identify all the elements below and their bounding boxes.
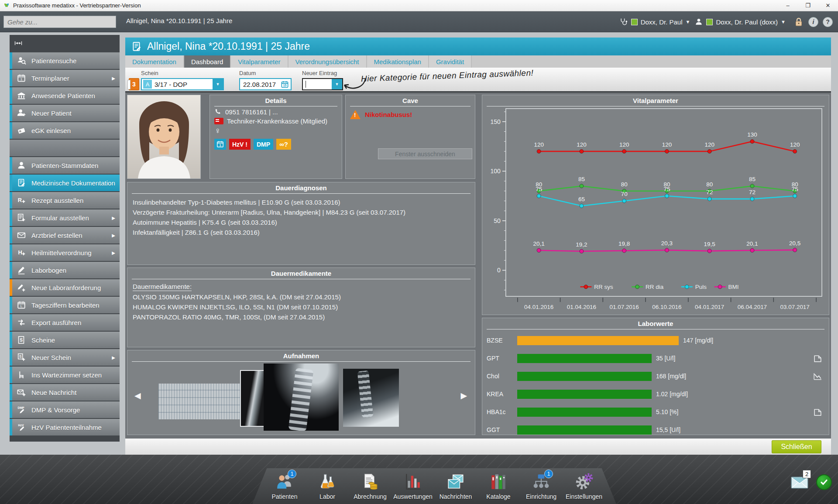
patient-photo[interactable]	[127, 95, 201, 179]
taskbar-item-einrichtung[interactable]: 1Einrichtung	[522, 472, 560, 504]
tab-medikationsplan[interactable]: Medikationsplan	[367, 55, 429, 68]
close-button[interactable]: Schließen	[772, 440, 821, 453]
datum-value: 22.08.2017	[243, 81, 276, 88]
tab-dashboard[interactable]: Dashboard	[184, 55, 231, 68]
svg-text:15: 15	[283, 83, 287, 86]
lab-value: 1.02 [mg/dl]	[656, 391, 688, 398]
sidebar-item-egk-einlesen[interactable]: eGK einlesen	[10, 122, 120, 139]
tray-check-icon[interactable]	[816, 474, 832, 490]
sidebar-item-laborbogen[interactable]: Laborbogen	[10, 262, 120, 278]
svg-text:20,1: 20,1	[533, 240, 545, 247]
lab-trend-flat-icon[interactable]	[813, 407, 823, 417]
sidebar-spacer	[10, 140, 120, 156]
sidebar-item-export-ausführen[interactable]: Export ausführen	[10, 314, 120, 331]
svg-text:120: 120	[577, 141, 586, 148]
sidebar-item-neuer-schein[interactable]: Neuer Schein▶	[10, 349, 120, 366]
svg-text:20,1: 20,1	[746, 240, 758, 247]
badge-calendar[interactable]	[214, 139, 226, 150]
taskbar-item-nachrichten[interactable]: Nachrichten	[436, 472, 475, 504]
sidebar-item-patientensuche[interactable]: Patientensuche	[10, 52, 120, 69]
taskbar-item-auswertungen[interactable]: Auswertungen	[394, 472, 432, 504]
diagnosis-entry: Infektanfälligkeit | Z86.1 G (seit 03.03…	[133, 227, 470, 237]
user-selector[interactable]: Doxx, Dr. Paul (doxx) ▼	[694, 17, 786, 26]
sidebar-item-hzv-patiententeilnahme[interactable]: HzV Patiententeilnahme	[10, 419, 120, 435]
insurance-card-icon	[214, 118, 223, 124]
close-window-button[interactable]: ✕	[818, 0, 838, 11]
lab-bar	[517, 425, 652, 435]
goto-input[interactable]	[3, 16, 116, 28]
patient-header-title: Allnigel, Nina *20.10.1991 | 25 Jahre	[147, 41, 310, 52]
xray-thumbnail-ecg[interactable]	[158, 384, 241, 419]
schein-select[interactable]: A 3/17 - DOP ▼	[141, 78, 224, 90]
badge-infinity[interactable]: ∞?	[276, 139, 291, 150]
taskbar-item-abrechnung[interactable]: Abrechnung	[351, 472, 389, 504]
tab-vitalparameter[interactable]: Vitalparameter	[231, 55, 288, 68]
lab-name: Chol	[487, 373, 499, 380]
dauermedikamente-subheader: Dauermedikamente:	[133, 283, 192, 291]
lab-trend-flat-icon[interactable]	[813, 353, 823, 363]
taskbar-item-kataloge[interactable]: Kataloge	[479, 472, 518, 504]
sidebar-item-patienten-stammdaten[interactable]: Patienten-Stammdaten	[10, 157, 120, 174]
sidebar-item-heilmittelverordnung[interactable]: Heilmittelverordnung▶	[10, 244, 120, 261]
svg-text:19,8: 19,8	[618, 240, 630, 247]
carousel-next-button[interactable]: ▶	[460, 391, 467, 401]
sidebar-item-dmp-vorsorge[interactable]: DMP & Vorsorge	[10, 401, 120, 418]
lab-value: 147 [mg/dl]	[683, 337, 713, 344]
billing-icon	[360, 472, 380, 492]
settings-icon	[574, 472, 594, 492]
maximize-button[interactable]: ❐	[798, 0, 818, 11]
svg-text:75: 75	[663, 186, 670, 192]
badge-hzv[interactable]: HzV !	[229, 139, 251, 150]
schein-flag: A	[143, 80, 152, 89]
minimize-button[interactable]: –	[778, 0, 798, 11]
sidebar-item-neue-nachricht[interactable]: Neue Nachricht	[10, 384, 120, 401]
help-icon[interactable]: ?	[823, 17, 833, 27]
sidebar-item-medizinische-dokumentation[interactable]: Medizinische Dokumentation	[10, 175, 120, 191]
taskbar-item-label: Einrichtung	[526, 493, 556, 500]
toolbar: Schein 3 A 3/17 - DOP ▼ Datum 22.08.2017…	[125, 68, 831, 93]
sidebar-item-formular-ausstellen[interactable]: Formular ausstellen▶	[10, 209, 120, 226]
lock-icon[interactable]	[793, 17, 804, 27]
vitalparameter-panel: 05010015004.01.201601.04.201601.07.20160…	[482, 95, 829, 315]
schein-icon: 3	[129, 78, 139, 90]
tab-dokumentation[interactable]: Dokumentation	[125, 55, 184, 68]
lab-trend-down-icon[interactable]	[813, 371, 823, 381]
tab-verordnungsübersicht[interactable]: Verordnungsübersicht	[288, 55, 367, 68]
sidebar-item-neue-laboranforderung[interactable]: Neue Laboranforderung	[10, 279, 120, 296]
doctor-selector[interactable]: Doxx, Dr. Paul ▼	[619, 17, 690, 26]
info-icon[interactable]: i	[808, 17, 818, 27]
lab-value: 15,5 [U/l]	[656, 426, 680, 433]
sidebar-item-rezept-ausstellen[interactable]: Rezept ausstellen	[10, 192, 120, 209]
text-caret	[306, 81, 306, 88]
sidebar-item-ins-wartezimmer-setzen[interactable]: Ins Wartezimmer setzen	[10, 367, 120, 383]
sidebar-collapse-button[interactable]	[14, 38, 117, 49]
xray-cervical-spine-main[interactable]	[264, 363, 339, 431]
chair-icon	[17, 370, 30, 380]
lab-row-gpt: GPT35 [U/l]	[482, 350, 829, 368]
carousel-prev-button[interactable]: ◀	[134, 391, 141, 401]
badge-dmp[interactable]: DMP	[254, 139, 273, 150]
doctor-selector-label: Doxx, Dr. Paul	[641, 18, 683, 26]
neuer-eintrag-select[interactable]: ▼	[302, 78, 343, 90]
taskbar-item-labor[interactable]: Labor	[308, 472, 347, 504]
org-icon: 1	[531, 472, 551, 492]
taskbar-item-patienten[interactable]: 1Patienten	[265, 472, 304, 504]
svg-text:RR sys: RR sys	[594, 284, 613, 290]
sidebar-item-scheine[interactable]: Scheine	[10, 332, 120, 348]
sidebar-item-arztbrief-erstellen[interactable]: Arztbrief erstellen▶	[10, 227, 120, 243]
sidebar-item-tagesziffern-bearbeiten[interactable]: Tagesziffern bearbeiten	[10, 297, 120, 313]
svg-text:20,3: 20,3	[661, 240, 673, 247]
lab-name: GPT	[487, 355, 499, 362]
sidebar-item-anwesende-patienten[interactable]: Anwesende Patienten	[10, 87, 120, 104]
tray-mail-icon[interactable]: 2	[791, 476, 808, 489]
xray-cervical-spine-side[interactable]	[343, 369, 399, 427]
pencil-icon	[17, 265, 30, 275]
sidebar-item-neuer-patient[interactable]: Neuer Patient	[10, 105, 120, 121]
sidebar-item-terminplaner[interactable]: Terminplaner▶	[10, 70, 120, 86]
medication-entry: OLYSIO 150MG HARTKAPSELN, HKP, 28St, k.A…	[133, 292, 470, 302]
taskbar-item-einstellungen[interactable]: Einstellungen	[565, 472, 603, 504]
sidebar-item-label: Medizinische Dokumentation	[31, 179, 115, 187]
chevron-down-icon: ▼	[686, 19, 690, 24]
datum-input[interactable]: 22.08.2017 15	[239, 78, 292, 90]
tab-gravidität[interactable]: Gravidität	[429, 55, 472, 68]
